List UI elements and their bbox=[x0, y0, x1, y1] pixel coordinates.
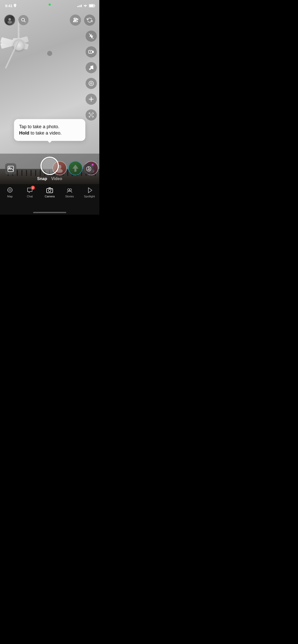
tooltip-text: Tap to take a photo. Hold to take a vide… bbox=[19, 124, 80, 136]
live-video-button[interactable] bbox=[86, 46, 97, 57]
flash-off-button[interactable] bbox=[86, 31, 97, 42]
svg-point-10 bbox=[90, 51, 91, 52]
status-bar: 9:41 bbox=[0, 0, 99, 11]
svg-point-18 bbox=[90, 114, 92, 116]
nav-item-chat[interactable]: 2 Chat bbox=[21, 187, 38, 198]
svg-rect-2 bbox=[95, 5, 95, 6]
lens-button[interactable] bbox=[86, 78, 97, 89]
svg-point-29 bbox=[9, 189, 11, 191]
svg-point-11 bbox=[89, 68, 91, 70]
svg-point-35 bbox=[48, 189, 51, 192]
svg-point-12 bbox=[92, 68, 93, 69]
shutter-area: Snap Video bbox=[37, 157, 62, 181]
map-icon bbox=[6, 187, 13, 194]
nav-label-camera: Camera bbox=[45, 195, 55, 198]
music-button[interactable] bbox=[86, 62, 97, 73]
location-icon bbox=[14, 4, 16, 7]
svg-marker-39 bbox=[88, 188, 92, 193]
signal-icon bbox=[77, 4, 82, 7]
camera-scene bbox=[0, 20, 51, 102]
video-tab[interactable]: Video bbox=[51, 177, 62, 181]
spotlight-icon bbox=[86, 187, 93, 194]
camera-bottom-bar: Snap Video bbox=[0, 154, 99, 184]
search-button[interactable] bbox=[18, 15, 29, 25]
status-icons bbox=[77, 4, 95, 7]
chat-icon: 2 bbox=[26, 187, 33, 194]
nav-item-stories[interactable]: Stories bbox=[61, 187, 78, 198]
tooltip-bubble: Tap to take a photo. Hold to take a vide… bbox=[14, 119, 85, 141]
camera-nav-icon bbox=[46, 187, 53, 194]
svg-rect-1 bbox=[89, 5, 94, 7]
svg-point-15 bbox=[91, 83, 92, 84]
stories-icon bbox=[66, 187, 73, 194]
snap-video-tabs: Snap Video bbox=[37, 177, 62, 181]
nav-label-chat: Chat bbox=[27, 195, 33, 198]
snap-tab[interactable]: Snap bbox=[37, 177, 47, 181]
svg-point-3 bbox=[8, 18, 11, 21]
nav-item-map[interactable]: Map bbox=[1, 187, 19, 198]
ai-replay-button[interactable] bbox=[83, 163, 94, 174]
wifi-icon bbox=[83, 4, 87, 7]
home-indicator bbox=[33, 212, 66, 213]
gallery-button[interactable] bbox=[5, 163, 16, 174]
chat-badge: 2 bbox=[31, 186, 35, 190]
svg-point-37 bbox=[67, 189, 70, 191]
right-sidebar bbox=[86, 31, 97, 121]
bottom-nav: Map 2 Chat Camera bbox=[0, 184, 99, 215]
svg-point-38 bbox=[70, 189, 72, 191]
svg-point-27 bbox=[88, 169, 89, 169]
nav-label-spotlight: Spotlight bbox=[84, 195, 95, 198]
shutter-button[interactable] bbox=[40, 157, 59, 175]
svg-point-4 bbox=[7, 21, 12, 24]
flip-camera-button[interactable] bbox=[84, 14, 95, 26]
add-button[interactable] bbox=[86, 94, 97, 105]
nav-label-map: Map bbox=[7, 195, 12, 198]
scan-button[interactable] bbox=[86, 109, 97, 121]
nav-item-camera[interactable]: Camera bbox=[41, 187, 58, 198]
status-time: 9:41 bbox=[5, 4, 12, 8]
svg-point-36 bbox=[51, 189, 52, 190]
camera-active-indicator bbox=[49, 4, 51, 6]
battery-icon bbox=[89, 4, 95, 7]
top-bar bbox=[0, 11, 99, 29]
focus-indicator bbox=[47, 51, 52, 56]
nav-label-stories: Stories bbox=[65, 195, 74, 198]
add-friend-button[interactable] bbox=[70, 14, 81, 26]
avatar[interactable] bbox=[4, 14, 15, 26]
nav-item-spotlight[interactable]: Spotlight bbox=[81, 187, 98, 198]
